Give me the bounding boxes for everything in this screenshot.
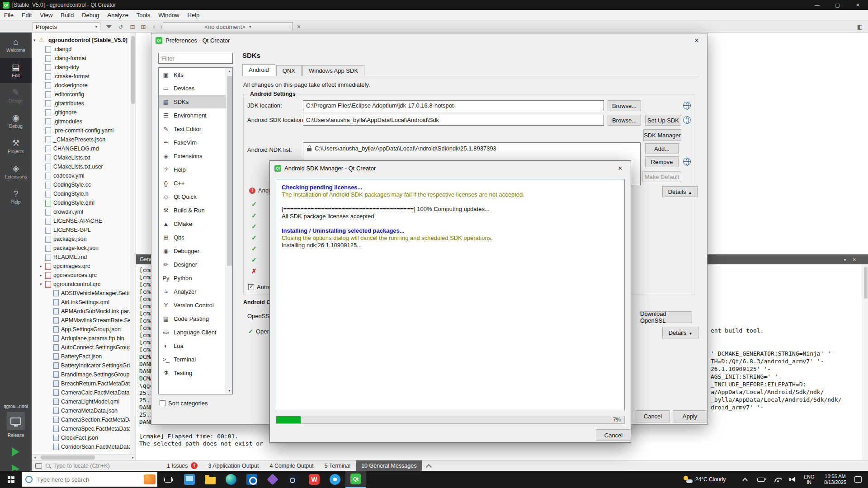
menu-item[interactable]: File: [0, 10, 18, 20]
expand-arrow-icon[interactable]: ▾: [40, 282, 45, 286]
settings-category[interactable]: ◐ Lua: [159, 339, 226, 352]
taskbar-app[interactable]: [200, 471, 221, 488]
settings-category[interactable]: ≈ Analyzer: [159, 285, 226, 298]
menu-item[interactable]: Tools: [132, 10, 154, 20]
scrollbar-thumb[interactable]: [227, 76, 232, 266]
mode-item[interactable]: ⚒ Projects: [0, 134, 32, 159]
jdk-location-field[interactable]: C:\Program Files\Eclipse Adoptium\jdk-17…: [303, 100, 604, 111]
notification-center-icon[interactable]: [854, 476, 862, 483]
chevron-up-icon[interactable]: [426, 464, 431, 468]
close-pane-icon[interactable]: [853, 257, 856, 262]
download-openssl-button[interactable]: Download OpenSSL: [640, 311, 692, 323]
pane-button[interactable]: 3 Application Output: [203, 460, 264, 471]
mode-item[interactable]: ◈ Extensions: [0, 159, 32, 184]
tree-row[interactable]: CMakeLists.txt.user: [32, 162, 130, 171]
details-toggle-button[interactable]: Details: [662, 186, 698, 197]
tree-row[interactable]: package-lock.json: [32, 244, 130, 253]
tree-vertical-scrollbar[interactable]: [130, 33, 136, 454]
taskbar-app[interactable]: [345, 471, 366, 488]
expand-arrow-icon[interactable]: ▸: [40, 273, 45, 277]
tree-row[interactable]: CameraSection.FactMetaDa...: [32, 415, 130, 424]
locator-input[interactable]: [52, 462, 134, 469]
tree-row[interactable]: .editorconfig: [32, 90, 130, 99]
taskbar-app[interactable]: [221, 471, 241, 488]
tree-row[interactable]: CMakeLists.txt: [32, 153, 130, 162]
network-icon[interactable]: [774, 477, 782, 482]
cancel-button[interactable]: Cancel: [636, 410, 670, 422]
settings-category[interactable]: ◇ Qt Quick: [159, 190, 226, 203]
settings-category[interactable]: ▣ Kits: [159, 68, 226, 81]
sdk-manager-button[interactable]: SDK Manager: [643, 129, 681, 141]
cancel-button[interactable]: Cancel: [596, 429, 631, 441]
tree-row[interactable]: .gitmodules: [32, 117, 130, 126]
run-button[interactable]: [12, 447, 19, 456]
jdk-browse-button[interactable]: Browse...: [608, 100, 641, 111]
scroll-down-icon[interactable]: [226, 387, 233, 394]
tree-row[interactable]: .pre-commit-config.yaml: [32, 126, 130, 135]
scrollbar-thumb[interactable]: [41, 455, 95, 460]
scroll-up-icon[interactable]: [226, 68, 233, 75]
tree-row[interactable]: CameraMetaData.json: [32, 406, 130, 415]
settings-category[interactable]: ⊞ Qbs: [159, 230, 226, 244]
split-view-icon[interactable]: [139, 23, 147, 31]
menu-item[interactable]: Analyze: [104, 10, 132, 20]
settings-category[interactable]: ◈ Extensions: [159, 149, 226, 163]
open-document-selector[interactable]: <no document>: [163, 22, 293, 31]
tab[interactable]: Windows App SDK: [302, 65, 364, 76]
settings-category[interactable]: ? Help: [159, 163, 226, 176]
mode-item[interactable]: ? Help: [0, 184, 32, 210]
output-panes-icon[interactable]: [35, 463, 42, 469]
sort-categories-checkbox[interactable]: [160, 400, 165, 406]
menu-item[interactable]: View: [36, 10, 57, 20]
close-document-icon[interactable]: [295, 23, 303, 31]
tray-chevron-up-icon[interactable]: [743, 477, 747, 482]
tree-row[interactable]: CameraCalc.FactMetaData.j...: [32, 388, 130, 397]
tree-row[interactable]: AutoConnect.SettingsGroup...: [32, 343, 130, 352]
taskbar-app[interactable]: [262, 471, 283, 488]
pane-button[interactable]: 5 Terminal: [319, 460, 356, 471]
tree-row[interactable]: BreachReturn.FactMetaData...: [32, 379, 130, 388]
mode-item[interactable]: ⌂ Welcome: [0, 33, 32, 58]
globe-icon[interactable]: [683, 158, 691, 165]
tree-row[interactable]: BrandImage.SettingsGroup.: [32, 370, 130, 379]
clock[interactable]: 10:55 AM 8/13/2025: [824, 474, 846, 485]
sort-categories-row[interactable]: Sort categories: [160, 400, 208, 407]
language-indicator[interactable]: ENG IN: [804, 474, 814, 485]
tree-row[interactable]: .dockerignore: [32, 81, 130, 90]
search-highlights-icon[interactable]: [144, 474, 156, 484]
settings-category[interactable]: ⚒ Build & Run: [159, 203, 226, 217]
tree-row[interactable]: ▸ qgcresources.qrc: [32, 271, 130, 280]
settings-category[interactable]: {} C++: [159, 176, 226, 190]
tree-row[interactable]: APMArduSubMockLink.par...: [32, 307, 130, 316]
tab[interactable]: QNX: [276, 65, 302, 76]
globe-icon[interactable]: [683, 116, 691, 124]
sidebar-toggle-icon[interactable]: [856, 23, 864, 31]
close-icon[interactable]: [848, 0, 868, 10]
tree-row[interactable]: .gitignore: [32, 108, 130, 117]
set-up-sdk-button[interactable]: Set Up SDK: [645, 115, 681, 126]
tree-row[interactable]: .cmake-format: [32, 72, 130, 81]
ndk-entry[interactable]: C:\Users\anusha_bylla\AppData\Local\Andr…: [303, 143, 640, 154]
tree-row[interactable]: ▸ qgcimages.qrc: [32, 262, 130, 271]
projects-pane-selector[interactable]: Projects: [33, 22, 100, 31]
scroll-right-icon[interactable]: [130, 455, 136, 460]
tree-row[interactable]: AirLinkSettings.qml: [32, 298, 130, 307]
apply-button[interactable]: Apply: [673, 410, 707, 422]
settings-category[interactable]: ▭ Devices: [159, 81, 226, 95]
tree-row[interactable]: BatteryIndicator.SettingsGrc...: [32, 361, 130, 370]
expand-arrow-icon[interactable]: ▸: [40, 264, 45, 268]
weather-widget[interactable]: 24°C Cloudy: [684, 476, 726, 483]
menu-item[interactable]: Debug: [78, 10, 103, 20]
tree-row[interactable]: APMMavlinkStreamRate.Set...: [32, 316, 130, 325]
tree-row[interactable]: README.md: [32, 253, 130, 262]
pane-button[interactable]: 4 Compile Output: [264, 460, 319, 471]
maximize-icon[interactable]: [827, 0, 848, 10]
mode-item[interactable]: ▤ Edit: [0, 58, 32, 83]
tab[interactable]: Android: [242, 64, 275, 76]
tree-row[interactable]: CodingStyle.cc: [32, 180, 130, 189]
settings-category[interactable]: Py Python: [159, 271, 226, 285]
expand-arrow-icon[interactable]: ▾: [33, 38, 39, 42]
battery-icon[interactable]: [757, 478, 765, 482]
tree-row[interactable]: package.json: [32, 235, 130, 244]
tree-row[interactable]: LICENSE-GPL: [32, 225, 130, 235]
